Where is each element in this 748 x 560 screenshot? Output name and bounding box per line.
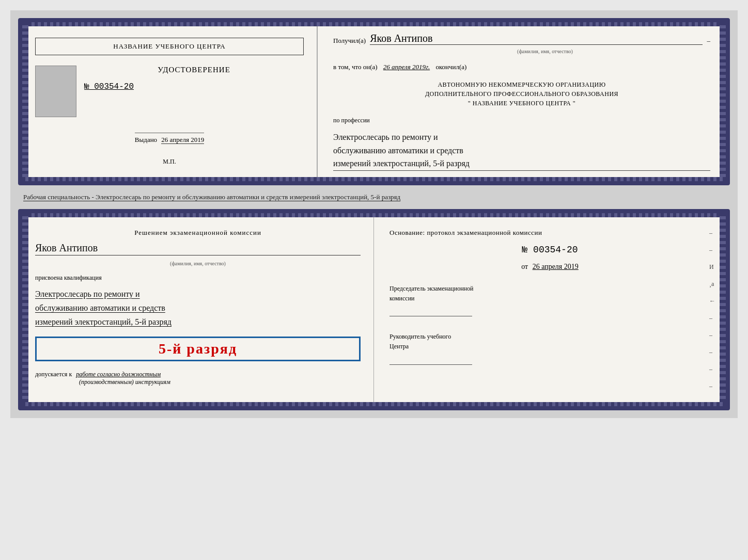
protocol-number: 00354-20 bbox=[533, 245, 578, 255]
protocol-number-row: № 00354-20 bbox=[389, 245, 710, 255]
dopusk-line2: (производственным) инструкциям bbox=[35, 378, 361, 386]
issued-date: 26 апреля 2019 bbox=[161, 136, 204, 144]
bottom-document: Решением экзаменационной комиссии Яков А… bbox=[18, 209, 730, 410]
protocol-date-row: от 26 апреля 2019 bbox=[389, 263, 710, 271]
top-document: НАЗВАНИЕ УЧЕБНОГО ЦЕНТРА УДОСТОВЕРЕНИЕ №… bbox=[18, 18, 730, 185]
side-marks: – – – И ¸а ← – – – – – – bbox=[709, 212, 715, 407]
cert-info-right: УДОСТОВЕРЕНИЕ № 00354-20 bbox=[84, 66, 304, 91]
dopusk-handwritten: работе согласно должностным bbox=[76, 371, 161, 378]
right-border bbox=[720, 22, 726, 181]
bottom-doc-left: Решением экзаменационной комиссии Яков А… bbox=[22, 213, 374, 406]
cert-middle-row: УДОСТОВЕРЕНИЕ № 00354-20 bbox=[35, 66, 304, 117]
protocol-date-value: 26 апреля 2019 bbox=[533, 263, 579, 270]
org-name-box: НАЗВАНИЕ УЧЕБНОГО ЦЕНТРА bbox=[35, 38, 304, 55]
bottom-fio-name: Яков Антипов bbox=[35, 242, 361, 255]
head-block: Руководитель учебного Центра bbox=[389, 332, 710, 364]
profession-label: по профессии bbox=[333, 117, 710, 124]
left-border bbox=[22, 22, 28, 181]
dopusk-prefix: допускается к bbox=[35, 371, 72, 378]
photo-placeholder bbox=[35, 66, 76, 117]
chairman-block: Председатель экзаменационной комиссии bbox=[389, 284, 710, 316]
received-row: Получил(а) Яков Антипов – bbox=[333, 33, 710, 45]
stamp-mp: М.П. bbox=[163, 158, 176, 166]
profession-text: Электрослесарь по ремонту и обслуживанию… bbox=[333, 131, 710, 171]
cert-date: 26 апреля 2019г. bbox=[383, 63, 430, 71]
decision-title: Решением экзаменационной комиссии bbox=[35, 229, 361, 237]
osnov-label: Основание: протокол экзаменационной коми… bbox=[389, 229, 710, 237]
head-signature bbox=[389, 355, 472, 365]
cert-title: УДОСТОВЕРЕНИЕ bbox=[84, 66, 304, 74]
page-wrapper: НАЗВАНИЕ УЧЕБНОГО ЦЕНТРА УДОСТОВЕРЕНИЕ №… bbox=[10, 10, 738, 418]
dash: – bbox=[707, 37, 710, 45]
top-doc-left: НАЗВАНИЕ УЧЕБНОГО ЦЕНТРА УДОСТОВЕРЕНИЕ №… bbox=[22, 22, 318, 181]
issued-line: Выдано 26 апреля 2019 bbox=[135, 133, 204, 144]
qual-text: Электрослесарь по ремонту и обслуживанию… bbox=[35, 287, 361, 329]
top-doc-right: Получил(а) Яков Антипов – (фамилия, имя,… bbox=[318, 22, 726, 181]
razryad-box: 5-й разряд bbox=[35, 337, 361, 361]
bottom-doc-right: Основание: протокол экзаменационной коми… bbox=[374, 213, 726, 406]
date-prefix: в том, что он(а) bbox=[333, 63, 378, 71]
fio-subtitle-top: (фамилия, имя, отчество) bbox=[380, 49, 710, 54]
issued-label: Выдано bbox=[135, 136, 157, 143]
dopusk-row: допускается к работе согласно должностны… bbox=[35, 371, 361, 386]
date-row: в том, что он(а) 26 апреля 2019г. окончи… bbox=[333, 63, 710, 71]
razryad-text: 5-й разряд bbox=[44, 341, 351, 357]
bottom-fio-sub: (фамилия, имя, отчество) bbox=[35, 261, 361, 266]
date-finished: окончил(а) bbox=[435, 63, 466, 71]
chairman-signature bbox=[389, 306, 472, 316]
bottom-left-border bbox=[22, 213, 28, 406]
qualification-assigned: присвоена квалификация bbox=[35, 274, 361, 282]
received-prefix: Получил(а) bbox=[333, 37, 366, 45]
cert-number: № 00354-20 bbox=[84, 82, 304, 91]
bottom-right-border bbox=[720, 213, 726, 406]
org-full-name: АВТОНОМНУЮ НЕКОММЕРЧЕСКУЮ ОРГАНИЗАЦИЮ ДО… bbox=[333, 80, 710, 108]
recipient-name: Яков Антипов bbox=[370, 33, 703, 45]
middle-text: Рабочая специальность - Электрослесарь п… bbox=[18, 190, 730, 204]
